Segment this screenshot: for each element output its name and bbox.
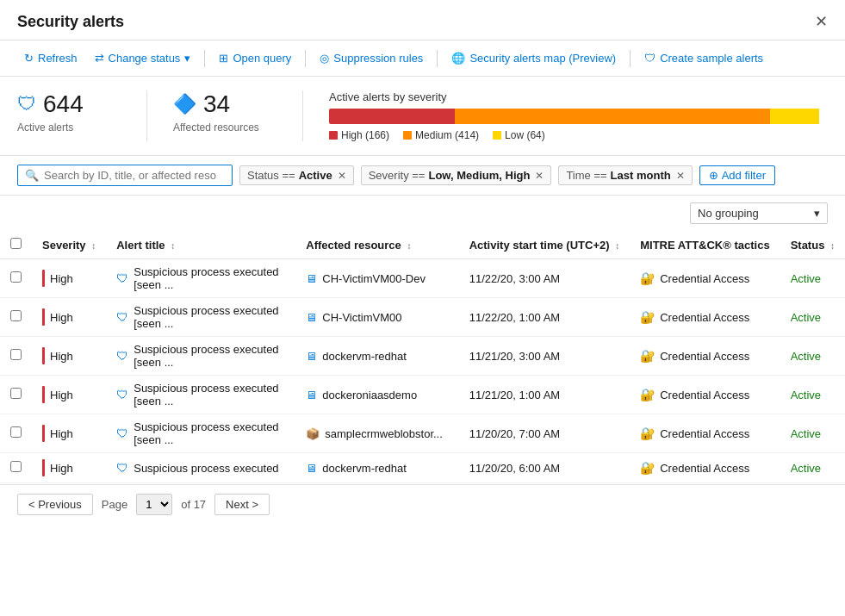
map-icon: 🌐: [451, 52, 465, 65]
resource-icon: 🖥: [306, 389, 317, 401]
table-row[interactable]: High 🛡 Suspicious process executed [seen…: [0, 414, 845, 453]
summary-divider-1: [146, 90, 147, 141]
status-value: Active: [791, 389, 821, 401]
severity-indicator: [42, 459, 45, 476]
row-checkbox[interactable]: [10, 349, 22, 360]
row-checkbox-cell: [0, 337, 32, 376]
alert-icon: 🛡: [116, 426, 128, 440]
change-status-button[interactable]: ⇄ Change status ▾: [88, 47, 198, 69]
severity-value: High: [50, 272, 73, 285]
th-affected-resource[interactable]: Affected resource ↕: [295, 231, 458, 259]
row-affected-resource: 🖥 dockervm-redhat: [295, 337, 458, 376]
time-filter-value: Last month: [611, 169, 671, 182]
severity-bar-container: [329, 109, 828, 124]
row-alert-title: 🛡 Suspicious process executed [seen ...: [106, 337, 295, 376]
close-button[interactable]: ✕: [815, 12, 828, 31]
severity-filter-value: Low, Medium, High: [428, 169, 530, 182]
table-row[interactable]: High 🛡 Suspicious process executed [seen…: [0, 337, 845, 376]
table-row[interactable]: High 🛡 Suspicious process executed [seen…: [0, 259, 845, 298]
row-mitre: 🔐 Credential Access: [630, 259, 780, 298]
row-severity: High: [32, 414, 106, 453]
row-status: Active: [780, 376, 845, 414]
open-query-button[interactable]: ⊞ Open query: [212, 47, 298, 69]
active-alerts-label: Active alerts: [17, 121, 121, 134]
time-value: 11/20/20, 7:00 AM: [469, 427, 561, 440]
refresh-button[interactable]: ↻ Refresh: [17, 47, 84, 69]
status-filter-key: Status ==: [247, 169, 295, 182]
add-filter-label: Add filter: [722, 169, 766, 182]
row-severity: High: [32, 298, 106, 337]
refresh-icon: ↻: [24, 52, 34, 65]
sort-severity-icon: ↕: [91, 241, 96, 251]
severity-chart: Active alerts by severity High (166) Med…: [329, 90, 828, 141]
sort-status-icon: ↕: [830, 241, 835, 251]
title-bar: Security alerts ✕: [0, 0, 845, 40]
toolbar-divider-3: [437, 50, 438, 67]
severity-filter-chip[interactable]: Severity == Low, Medium, High ✕: [361, 165, 552, 185]
row-severity: High: [32, 337, 106, 376]
active-alerts-stat: 🛡 644 Active alerts: [17, 90, 121, 141]
severity-filter-key: Severity ==: [369, 169, 426, 182]
row-checkbox[interactable]: [10, 310, 22, 321]
table-row[interactable]: High 🛡 Suspicious process executed 🖥 doc…: [0, 453, 845, 483]
legend-low-label: Low (64): [505, 129, 545, 141]
mitre-value: Credential Access: [660, 462, 749, 475]
table-row[interactable]: High 🛡 Suspicious process executed [seen…: [0, 298, 845, 337]
time-value: 11/21/20, 1:00 AM: [469, 389, 561, 401]
status-filter-remove[interactable]: ✕: [338, 170, 346, 182]
legend-low: Low (64): [493, 129, 545, 141]
resource-name: CH-VictimVM00-Dev: [322, 272, 426, 285]
severity-value: High: [50, 462, 73, 475]
th-activity-time[interactable]: Activity start time (UTC+2) ↕: [459, 231, 631, 259]
mitre-value: Credential Access: [660, 427, 749, 440]
row-status: Active: [780, 298, 845, 337]
legend-high-dot: [329, 131, 338, 140]
affected-resources-label: Affected resources: [173, 121, 276, 134]
status-filter-chip[interactable]: Status == Active ✕: [239, 165, 354, 185]
grouping-label: No grouping: [698, 207, 759, 220]
query-icon: ⊞: [219, 52, 228, 65]
table-row[interactable]: High 🛡 Suspicious process executed [seen…: [0, 376, 845, 414]
suppression-rules-button[interactable]: ◎ Suppression rules: [313, 47, 430, 69]
search-input[interactable]: [44, 169, 216, 182]
th-severity[interactable]: Severity ↕: [32, 231, 106, 259]
severity-filter-remove[interactable]: ✕: [535, 170, 544, 182]
table-container: Severity ↕ Alert title ↕ Affected resour…: [0, 231, 845, 524]
row-checkbox[interactable]: [10, 426, 22, 438]
next-button[interactable]: Next >: [214, 494, 270, 515]
time-value: 11/22/20, 1:00 AM: [469, 311, 561, 324]
time-filter-chip[interactable]: Time == Last month ✕: [558, 165, 692, 185]
resource-name: dockervm-redhat: [322, 462, 407, 475]
mitre-icon: 🔐: [640, 461, 655, 475]
summary-divider-2: [302, 90, 303, 141]
row-severity: High: [32, 376, 106, 414]
alert-title-text: Suspicious process executed: [134, 462, 278, 475]
th-status[interactable]: Status ↕: [780, 231, 845, 259]
mitre-icon: 🔐: [640, 349, 655, 363]
toolbar-divider-2: [305, 50, 306, 67]
time-filter-remove[interactable]: ✕: [676, 170, 685, 182]
create-sample-alerts-button[interactable]: 🛡 Create sample alerts: [637, 47, 770, 69]
add-filter-icon: ⊕: [709, 169, 718, 182]
alert-icon: 🛡: [116, 461, 128, 475]
page-select[interactable]: 1: [136, 494, 172, 515]
alert-icon: 🛡: [116, 349, 128, 363]
previous-button[interactable]: < Previous: [17, 494, 93, 515]
mitre-value: Credential Access: [660, 272, 749, 285]
th-mitre: MITRE ATT&CK® tactics: [630, 231, 780, 259]
row-checkbox[interactable]: [10, 388, 22, 399]
chart-title: Active alerts by severity: [329, 90, 828, 103]
row-status: Active: [780, 414, 845, 453]
row-checkbox[interactable]: [10, 461, 22, 472]
security-alerts-map-button[interactable]: 🌐 Security alerts map (Preview): [444, 47, 623, 69]
legend-medium-dot: [403, 131, 412, 140]
chevron-down-icon: ▾: [184, 52, 190, 65]
status-value: Active: [791, 462, 821, 475]
grouping-select[interactable]: No grouping ▾: [690, 202, 828, 224]
th-alert-title[interactable]: Alert title ↕: [106, 231, 295, 259]
severity-indicator: [42, 308, 45, 326]
row-checkbox[interactable]: [10, 271, 22, 283]
add-filter-button[interactable]: ⊕ Add filter: [699, 165, 775, 185]
select-all-checkbox[interactable]: [10, 238, 22, 249]
search-box[interactable]: 🔍: [17, 165, 233, 186]
